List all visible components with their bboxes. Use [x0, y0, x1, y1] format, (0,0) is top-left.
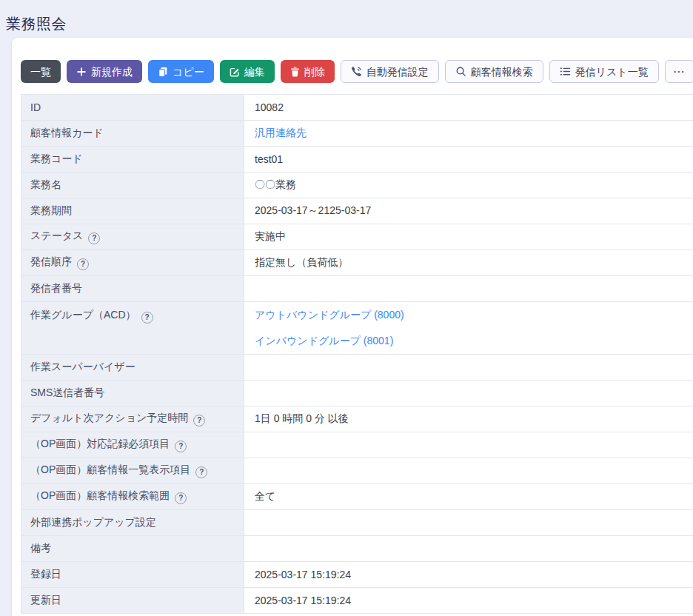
customer-card-link[interactable]: 汎用連絡先: [255, 127, 307, 138]
row-value-cell: [244, 510, 693, 536]
phone-volume-icon: [351, 66, 362, 77]
row-value-cell: [244, 355, 693, 381]
row-label: ID: [30, 101, 41, 113]
row-label-cell: デフォルト次アクション予定時間?: [21, 406, 244, 432]
row-label: 更新日: [30, 594, 61, 606]
table-row: 業務コード test01: [21, 147, 693, 173]
row-label: 作業グループ（ACD）: [30, 309, 136, 321]
row-value: 1日 0 時間 0 分 以後: [255, 412, 349, 424]
table-row: 備考: [21, 536, 693, 562]
row-label: （OP画面）顧客情報検索範囲: [30, 489, 170, 501]
help-icon[interactable]: ?: [193, 415, 205, 426]
table-row: 外部連携ポップアップ設定: [21, 510, 693, 536]
row-label-cell: 作業スーパーバイザー: [21, 355, 244, 381]
call-list-button-label: 発信リスト一覧: [575, 67, 649, 77]
call-list-button[interactable]: 発信リスト一覧: [549, 60, 659, 83]
row-value-cell: [244, 458, 693, 484]
search-icon: [455, 66, 466, 77]
copy-icon: [158, 67, 168, 77]
delete-button-label: 削除: [304, 67, 325, 77]
auto-call-settings-button[interactable]: 自動発信設定: [341, 60, 439, 83]
row-label: 顧客情報カード: [30, 127, 104, 138]
help-icon[interactable]: ?: [141, 312, 153, 324]
acd-group-link[interactable]: アウトバウンドグループ (8000): [255, 309, 404, 321]
row-label-cell: （OP画面）顧客情報一覧表示項目?: [21, 458, 244, 484]
row-label-cell: 外部連携ポップアップ設定: [21, 510, 244, 536]
table-row: SMS送信者番号: [21, 381, 693, 406]
table-row: デフォルト次アクション予定時間? 1日 0 時間 0 分 以後: [21, 406, 693, 432]
table-row: 更新日 2025-03-17 15:19:24: [21, 588, 693, 614]
row-value-cell: 全て: [244, 484, 693, 510]
table-row: （OP画面）顧客情報一覧表示項目?: [21, 458, 693, 484]
row-label-cell: 発信順序?: [21, 250, 244, 276]
table-row: 顧客情報カード 汎用連絡先: [21, 121, 693, 147]
row-value-cell: [244, 381, 693, 406]
edit-icon: [230, 67, 240, 77]
row-label: ステータス: [30, 230, 83, 241]
table-row: 作業グループ（ACD）? アウトバウンドグループ (8000) インバウンドグル…: [21, 302, 693, 355]
list-button-label: 一覧: [30, 67, 51, 77]
trash-icon: [290, 67, 300, 77]
row-value-cell: アウトバウンドグループ (8000) インバウンドグループ (8001): [244, 302, 693, 355]
row-label: 業務名: [30, 178, 61, 190]
row-value: 2025-03-17～2125-03-17: [255, 204, 371, 216]
table-row: ステータス? 実施中: [21, 224, 693, 250]
plus-icon: [76, 67, 87, 77]
help-icon[interactable]: ?: [88, 232, 100, 244]
table-row: 発信者番号: [21, 276, 693, 302]
page-title: 業務照会: [6, 14, 67, 34]
create-new-button-label: 新規作成: [91, 67, 133, 77]
copy-button[interactable]: コピー: [148, 60, 214, 83]
row-value-cell: 1日 0 時間 0 分 以後: [244, 406, 693, 432]
list-icon: [560, 66, 571, 77]
table-row: 業務名 〇〇業務: [21, 173, 693, 198]
row-value-cell: 2025-03-17 15:19:24: [244, 588, 693, 614]
edit-button[interactable]: 編集: [220, 60, 275, 83]
create-new-button[interactable]: 新規作成: [67, 60, 142, 83]
row-label: 登録日: [30, 568, 61, 580]
table-row: ID 10082: [21, 95, 693, 121]
table-row: 業務期間 2025-03-17～2125-03-17: [21, 198, 693, 224]
row-value-cell: 指定無し（負荷低）: [244, 250, 693, 276]
row-label-cell: 業務名: [21, 173, 244, 198]
row-label-cell: 顧客情報カード: [21, 121, 244, 147]
row-value-cell: 〇〇業務: [244, 173, 693, 198]
row-value-cell: 実施中: [244, 224, 693, 250]
row-label: 業務コード: [30, 153, 83, 164]
help-icon[interactable]: ?: [175, 492, 187, 504]
help-icon[interactable]: ?: [77, 258, 89, 270]
row-label: （OP画面）対応記録必須項目: [30, 438, 170, 449]
row-value-cell: test01: [244, 147, 693, 173]
row-label: 発信者番号: [30, 282, 82, 294]
row-label: 外部連携ポップアップ設定: [30, 516, 156, 528]
table-row: 発信順序? 指定無し（負荷低）: [21, 250, 693, 276]
auto-call-settings-button-label: 自動発信設定: [366, 67, 429, 77]
edit-button-label: 編集: [244, 67, 265, 77]
row-value: test01: [255, 153, 283, 165]
help-icon[interactable]: ?: [195, 466, 207, 478]
row-label-cell: 作業グループ（ACD）?: [21, 302, 244, 355]
row-label-cell: （OP画面）対応記録必須項目?: [21, 432, 244, 458]
row-label-cell: 登録日: [21, 562, 244, 588]
table-row: （OP画面）顧客情報検索範囲? 全て: [21, 484, 693, 510]
help-icon[interactable]: ?: [175, 441, 187, 452]
row-label: 発信順序: [30, 255, 72, 267]
row-label: 備考: [30, 542, 51, 554]
row-label: 業務期間: [30, 204, 72, 216]
list-button[interactable]: 一覧: [21, 60, 61, 83]
row-value-cell: [244, 432, 693, 458]
customer-info-search-button-label: 顧客情報検索: [471, 67, 533, 77]
row-value: 2025-03-17 15:19:24: [255, 595, 351, 606]
row-label: SMS送信者番号: [30, 386, 104, 398]
acd-group-link[interactable]: インバウンドグループ (8001): [255, 335, 393, 346]
ellipsis-icon: ···: [674, 67, 686, 76]
toolbar: 一覧 新規作成 コピー 編集 削除: [21, 60, 693, 83]
customer-info-search-button[interactable]: 顧客情報検索: [445, 60, 543, 83]
row-value: 全て: [255, 490, 275, 502]
more-actions-button[interactable]: ···: [665, 60, 693, 83]
copy-button-label: コピー: [173, 67, 204, 77]
row-value: 2025-03-17 15:19:24: [255, 569, 351, 580]
delete-button[interactable]: 削除: [281, 60, 335, 83]
row-label-cell: （OP画面）顧客情報検索範囲?: [21, 484, 244, 510]
row-label-cell: 備考: [21, 536, 244, 562]
